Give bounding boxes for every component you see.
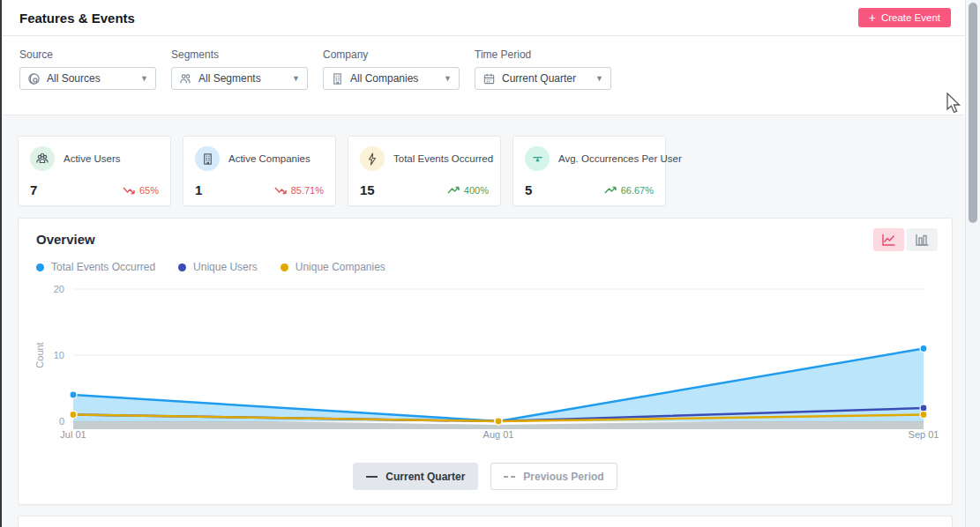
stat-change: 66.67%: [621, 185, 654, 196]
stat-label: Avg. Occurrences Per User: [558, 153, 682, 164]
bar-chart-icon: [915, 234, 930, 247]
filter-time-period-label: Time Period: [475, 48, 611, 61]
legend-dot: [178, 264, 186, 271]
stat-label: Active Companies: [228, 153, 310, 164]
overview-area-chart[interactable]: 01020CountJul 01Aug 01Sep 01: [33, 278, 941, 451]
legend-label: Total Events Occurred: [51, 261, 155, 273]
chart-legend: Total Events Occurred Unique Users Uniqu…: [36, 261, 385, 273]
stat-value: 7: [30, 182, 37, 197]
trend-up-indicator: 400%: [447, 185, 489, 196]
scrollbar-thumb[interactable]: [969, 3, 977, 223]
stat-card-active-companies: Active Companies 1 85.71%: [183, 136, 336, 206]
users-icon: [30, 146, 55, 171]
trend-down-indicator: 65%: [123, 185, 159, 196]
building-icon: [331, 72, 344, 85]
filter-time-period: Time Period Current Quarter ▼: [475, 48, 611, 115]
stat-change: 400%: [464, 185, 489, 196]
next-section-card: [18, 516, 953, 527]
chevron-down-icon: ▼: [292, 74, 300, 83]
svg-text:0: 0: [59, 416, 64, 427]
dashed-line-icon: [504, 476, 515, 478]
time-period-dropdown[interactable]: Current Quarter ▼: [475, 67, 611, 90]
page-title: Features & Events: [19, 11, 135, 26]
legend-item-unique-users[interactable]: Unique Users: [178, 261, 258, 273]
time-period-value: Current Quarter: [502, 72, 589, 85]
svg-text:Jul 01: Jul 01: [60, 429, 86, 440]
trend-up-indicator: 66.67%: [604, 185, 654, 196]
filter-bar: Source All Sources ▼ Segments All Segmen…: [2, 36, 965, 115]
solid-line-icon: [366, 476, 378, 478]
stat-label: Active Users: [64, 153, 121, 164]
chart-type-toggle: [873, 228, 938, 251]
source-dropdown[interactable]: All Sources ▼: [19, 67, 156, 90]
bar-chart-toggle-button[interactable]: [907, 228, 938, 251]
trend-down-indicator: 85.71%: [274, 185, 324, 196]
svg-text:20: 20: [54, 284, 64, 294]
overview-card: Overview Total Events Occurred Unique Us…: [18, 218, 953, 505]
create-event-label: Create Event: [881, 12, 940, 23]
svg-text:Count: Count: [34, 342, 45, 367]
trend-arrow-icon: [447, 185, 460, 196]
chevron-down-icon: ▼: [444, 74, 452, 83]
bolt-icon: [360, 146, 385, 171]
segments-dropdown[interactable]: All Segments ▼: [171, 67, 308, 90]
source-value: All Sources: [47, 72, 134, 85]
gauge-icon: [525, 146, 550, 171]
stat-change: 85.71%: [291, 185, 324, 196]
stat-value: 15: [360, 182, 375, 197]
current-quarter-label: Current Quarter: [385, 471, 465, 483]
chevron-down-icon: ▼: [595, 74, 603, 83]
segments-value: All Segments: [198, 72, 286, 85]
svg-text:Sep 01: Sep 01: [909, 429, 939, 440]
company-icon: [195, 146, 220, 171]
legend-label: Unique Companies: [295, 261, 385, 273]
svg-text:10: 10: [54, 350, 64, 360]
previous-period-label: Previous Period: [523, 471, 603, 483]
trend-arrow-icon: [123, 185, 136, 196]
chevron-down-icon: ▼: [140, 74, 148, 83]
legend-dot: [281, 264, 288, 271]
filter-segments: Segments All Segments ▼: [171, 48, 308, 115]
plus-icon: +: [869, 11, 876, 24]
filter-company: Company All Companies ▼: [323, 48, 460, 115]
legend-item-total-events[interactable]: Total Events Occurred: [36, 261, 155, 273]
company-dropdown[interactable]: All Companies ▼: [323, 67, 460, 90]
period-buttons: Current Quarter Previous Period: [19, 463, 952, 490]
current-quarter-button[interactable]: Current Quarter: [353, 463, 478, 490]
filter-company-label: Company: [323, 48, 460, 61]
people-icon: [179, 72, 192, 85]
legend-label: Unique Users: [193, 261, 258, 273]
stat-card-total-events: Total Events Occurred 15 400%: [348, 136, 501, 206]
legend-item-unique-companies[interactable]: Unique Companies: [281, 261, 385, 273]
filter-segments-label: Segments: [171, 48, 308, 61]
trend-arrow-icon: [274, 185, 288, 196]
globe-icon: [27, 72, 41, 85]
calendar-icon: [483, 72, 496, 85]
filter-source: Source All Sources ▼: [19, 48, 156, 115]
company-value: All Companies: [350, 72, 438, 85]
stats-row: Active Users 7 65% Active Companies 1: [18, 136, 666, 206]
svg-text:Aug 01: Aug 01: [483, 429, 514, 440]
vertical-scrollbar[interactable]: [965, 0, 980, 527]
stat-change: 65%: [139, 185, 159, 196]
stat-card-avg-occurrences: Avg. Occurrences Per User 5 66.67%: [512, 136, 666, 206]
line-chart-toggle-button[interactable]: [873, 228, 904, 251]
overview-title: Overview: [36, 232, 95, 247]
line-chart-icon: [881, 234, 896, 247]
previous-period-button[interactable]: Previous Period: [490, 463, 617, 490]
stat-value: 5: [525, 182, 532, 197]
create-event-button[interactable]: + Create Event: [858, 8, 951, 27]
stat-value: 1: [195, 182, 202, 197]
stat-label: Total Events Occurred: [393, 153, 493, 164]
filter-source-label: Source: [19, 48, 156, 61]
left-window-edge: [0, 0, 2, 527]
trend-arrow-icon: [604, 185, 617, 196]
legend-dot: [36, 264, 44, 271]
page-header: Features & Events + Create Event: [2, 0, 965, 36]
stat-card-active-users: Active Users 7 65%: [18, 136, 171, 206]
